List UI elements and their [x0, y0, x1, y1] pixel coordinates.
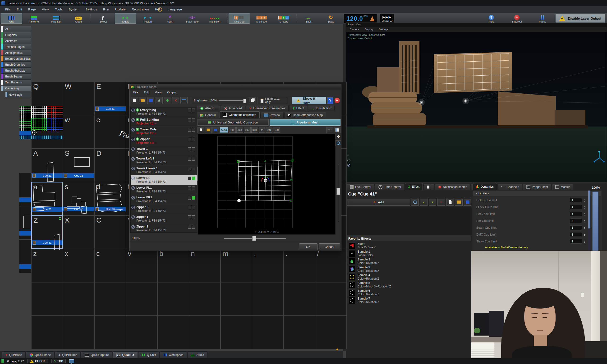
- cue-cell-partial[interactable]: [19, 206, 31, 240]
- zone-settings-tab[interactable]: Geometric correction: [220, 111, 259, 118]
- dialog-title-bar[interactable]: Projection zones: [130, 84, 341, 90]
- zone-grid-checkbox[interactable]: [192, 196, 195, 199]
- favorite-effect-item[interactable]: ZoomSize X+Size Y: [346, 242, 471, 249]
- zone-row[interactable]: + Tower Lower 1 Projector 1: FB4 15473: [131, 166, 197, 175]
- cue-cell[interactable]: /: [315, 249, 347, 282]
- mesh-open-button[interactable]: [205, 127, 211, 133]
- zone-row[interactable]: + Tower Only Projector 41: --: [131, 127, 197, 136]
- zoom-tool-button[interactable]: [335, 140, 341, 146]
- toolbar-button[interactable]: Swap: [320, 13, 342, 24]
- sidebar-item-new-page[interactable]: New Page: [5, 92, 31, 97]
- add-effect-button[interactable]: +Add: [347, 199, 410, 206]
- mesh-grid-button[interactable]: Auto: [220, 127, 228, 133]
- favorite-effect-item[interactable]: Sample 2Color+Rotation Z: [346, 257, 471, 265]
- quick-tool-tab[interactable]: Q-Shift: [138, 351, 159, 358]
- cue-cell-partial[interactable]: [19, 106, 31, 139]
- sidebar-category[interactable]: Canvasing: [1, 85, 31, 91]
- cue-cell[interactable]: X: [63, 215, 94, 249]
- zone-flag-checkbox[interactable]: [188, 118, 191, 122]
- preview-scene-graphic[interactable]: [346, 32, 607, 182]
- toolbar-button[interactable]: One Cue: [229, 13, 250, 24]
- spinner-control[interactable]: ▲▼: [583, 212, 587, 217]
- cue-cell[interactable]: sCue 32: [63, 182, 94, 215]
- sidebar-category[interactable]: Beam Content Pack: [1, 56, 31, 62]
- cue-cell[interactable]: [94, 316, 126, 349]
- zone-flag-checkbox[interactable]: [188, 186, 191, 190]
- favorite-effect-item[interactable]: Sample 6Color+Rotation Z: [346, 289, 471, 297]
- limiter-value-input[interactable]: 1: [570, 225, 582, 230]
- new-effect-button[interactable]: [446, 199, 454, 206]
- virtual-lj-button[interactable]: ▶▶▶ Virtual LJ: [380, 14, 395, 23]
- toolbar-button[interactable]: Restart: [137, 13, 158, 24]
- quick-tool-tab[interactable]: QuickCapture: [81, 351, 112, 358]
- slider-thumb[interactable]: [252, 236, 256, 241]
- zone-row[interactable]: + Lower L1 Projector 1: FB4 15473: [131, 175, 197, 185]
- sidebar-category[interactable]: ALL: [1, 26, 31, 32]
- cue-cell[interactable]: [252, 282, 284, 316]
- sidebar-category[interactable]: Text and Logos: [1, 44, 31, 50]
- control-tab[interactable]: Notification center: [435, 184, 470, 190]
- menu-item[interactable]: Registration: [129, 7, 152, 12]
- cue-cell[interactable]: x: [63, 249, 94, 282]
- limiters-section-header[interactable]: Limiters: [473, 191, 601, 196]
- cue-cell[interactable]: [315, 282, 347, 316]
- cue-cell[interactable]: [31, 316, 63, 349]
- toolbar-button[interactable]: Groups: [273, 13, 294, 24]
- save-zone-file-button[interactable]: [147, 97, 155, 104]
- preview-menu-item[interactable]: Display: [362, 27, 376, 31]
- disable-laser-output-button[interactable]: Disable Laser Output: [555, 14, 605, 23]
- cue-cell[interactable]: z: [31, 249, 63, 282]
- cue-cell[interactable]: C: [94, 215, 126, 249]
- delete-zone-button[interactable]: ×: [172, 97, 179, 104]
- zone-row[interactable]: + Zipper 1 Projector 1: FB4 15473: [131, 214, 197, 224]
- search-button[interactable]: [411, 199, 419, 206]
- sidebar-category[interactable]: Brush Abstracts: [1, 67, 31, 74]
- search-tool-icon[interactable]: [158, 7, 162, 12]
- zone-option-tab[interactable]: Effect: [289, 105, 307, 111]
- zone-disabled-icon[interactable]: [131, 118, 135, 122]
- mesh-grid-button[interactable]: 1x0: [273, 127, 280, 133]
- cue-cell[interactable]: c: [94, 249, 126, 282]
- metronome-icon[interactable]: [370, 16, 374, 21]
- limiter-value-input[interactable]: 1: [570, 198, 582, 202]
- cue-cell[interactable]: [31, 282, 63, 316]
- cue-cell[interactable]: ACue 21: [31, 149, 63, 182]
- cue-cell[interactable]: [158, 316, 189, 349]
- mesh-grid-button[interactable]: #: [259, 127, 265, 133]
- display-status-icon[interactable]: [69, 359, 74, 363]
- zone-row[interactable]: + Lower FL1 Projector 1: FB4 15473: [131, 185, 197, 195]
- cue-cell[interactable]: W: [63, 82, 94, 115]
- zone-disabled-icon[interactable]: [131, 147, 135, 151]
- favorite-effect-item[interactable]: Sample 1Zoom+Color: [346, 249, 471, 257]
- cue-cell[interactable]: QCue 21: [31, 82, 63, 115]
- cue-cell-partial[interactable]: [19, 240, 31, 273]
- zone-grid-checkbox[interactable]: [192, 157, 195, 161]
- zone-grid-checkbox[interactable]: [192, 147, 195, 151]
- menu-item[interactable]: Run: [100, 7, 112, 12]
- sidebar-category[interactable]: Brush Beams: [1, 74, 31, 79]
- control-tab[interactable]: Time Control: [375, 184, 404, 190]
- favorite-effect-item[interactable]: Sample 3Color+Rotation Z: [346, 265, 471, 273]
- cue-cell[interactable]: [221, 316, 252, 349]
- dialog-help-button[interactable]: ?: [327, 97, 333, 104]
- control-tab[interactable]: [423, 184, 434, 190]
- toolbar-button[interactable]: Multi cue: [251, 13, 272, 24]
- zone-flag-checkbox[interactable]: [188, 147, 191, 151]
- move-up-button[interactable]: [420, 199, 427, 206]
- zone-row[interactable]: + Everything Projector 1: FB4 15473: [131, 107, 197, 117]
- zone-grid-checkbox[interactable]: [192, 215, 195, 219]
- brightness-slider[interactable]: [219, 100, 245, 101]
- zone-grid-checkbox[interactable]: [192, 138, 195, 141]
- add-zone-button[interactable]: +: [164, 97, 171, 104]
- toolbar-button[interactable]: Timeline: [23, 13, 45, 24]
- zone-option-tab[interactable]: Advanced: [221, 105, 245, 111]
- mesh-view-split-button[interactable]: [334, 127, 341, 133]
- brightness-icon[interactable]: *: [347, 154, 350, 157]
- toolbar-button[interactable]: Select: [92, 13, 114, 24]
- cue-cell[interactable]: [63, 316, 94, 349]
- mesh-save-button[interactable]: [212, 127, 219, 133]
- gc-mode-button[interactable]: Universal Geometric Correction: [198, 119, 269, 126]
- dialog-menu-item[interactable]: View: [152, 90, 164, 95]
- zone-row[interactable]: + Lower FR1 Projector 1: FB4 15473: [131, 195, 197, 205]
- cue-cell[interactable]: ,: [252, 249, 284, 282]
